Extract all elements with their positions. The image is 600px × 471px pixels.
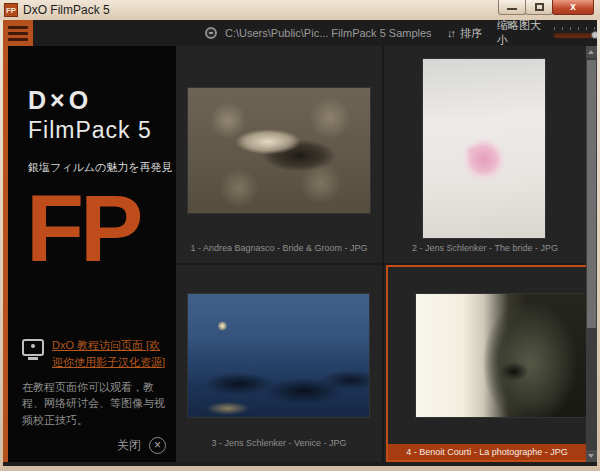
vertical-scrollbar[interactable] [586,46,597,462]
gallery-item-2[interactable]: 2 - Jens Schlenker - The bride - JPG [384,46,586,265]
brand-block: D×O FilmPack 5 [28,86,176,144]
gallery-item-4-selected[interactable]: 4 - Benoit Courti - La photographe - JPG [386,265,588,462]
arrow-up-icon [588,50,594,54]
scroll-down-button[interactable] [586,450,597,462]
tutorial-block: DxO 教程访问页面 [欢迎你使用影子汉化资源] [22,337,168,370]
sort-label: 排序 [460,26,482,41]
gallery-item-3[interactable]: 3 - Jens Schlenker - Venice - JPG [176,265,384,462]
gallery-item-1[interactable]: 1 - Andrea Bagnasco - Bride & Groom - JP… [176,46,384,265]
dxo-logo: D×O [28,86,176,115]
sort-icon: ↓↑ [447,27,454,39]
tutorial-description: 在教程页面你可以观看，教程、网络研讨会、等图像与视频校正技巧。 [22,379,168,429]
thumbnail-size-control: 缩略图大小 [497,20,597,46]
thumbnail-size-label: 缩略图大小 [497,20,546,48]
tutorial-link[interactable]: DxO 教程访问页面 [欢迎你使用影子汉化资源] [52,337,168,370]
product-name: FilmPack 5 [28,117,176,144]
selected-thumbnail-caption: 4 - Benoit Courti - La photographe - JPG [388,444,586,460]
thumbnail-size-slider[interactable] [554,27,597,41]
thumbnail-image-venice[interactable] [188,294,369,417]
sidebar-close-label: 关闭 [117,437,141,454]
hamburger-menu-button[interactable] [3,20,33,46]
breadcrumb[interactable]: C:\Users\Public\Pic... FilmPack 5 Sample… [205,20,432,46]
folder-up-icon [205,27,217,39]
thumbnail-image-la-photographe[interactable] [416,294,594,417]
close-circle-icon: × [149,437,166,454]
app-area: C:\Users\Public\Pic... FilmPack 5 Sample… [3,20,597,466]
thumbnail-caption: 2 - Jens Schlenker - The bride - JPG [384,243,586,253]
monitor-icon [22,339,44,356]
hamburger-icon [8,26,28,29]
scrollbar-thumb[interactable] [587,60,596,328]
sidebar: D×O FilmPack 5 銀塩フィルムの魅力を再発見 FP DxO 教程访问… [3,46,176,462]
scroll-up-button[interactable] [586,46,597,58]
slider-ticks [554,27,597,30]
slider-handle[interactable] [591,31,597,39]
current-path: C:\Users\Public\Pic... FilmPack 5 Sample… [225,27,432,39]
sort-control[interactable]: ↓↑ 排序 [447,20,482,46]
tagline: 銀塩フィルムの魅力を再発見 [28,160,176,175]
fp-monogram: FP [26,183,176,273]
thumbnail-image-the-bride[interactable] [423,59,545,238]
thumbnail-grid: 1 - Andrea Bagnasco - Bride & Groom - JP… [176,46,586,462]
arrow-down-icon [588,454,594,458]
close-button[interactable]: x [552,0,594,15]
thumbnail-image-bride-groom[interactable] [188,88,370,213]
minimize-icon [507,8,517,10]
title-bar: FP DxO FilmPack 5 x [0,0,600,20]
toolbar: C:\Users\Public\Pic... FilmPack 5 Sample… [3,20,597,46]
thumbnail-caption: 3 - Jens Schlenker - Venice - JPG [176,438,382,448]
thumbnail-caption: 1 - Andrea Bagnasco - Bride & Groom - JP… [176,243,382,253]
maximize-icon [535,3,544,11]
app-icon: FP [4,3,18,17]
minimize-button[interactable] [498,0,526,15]
maximize-button[interactable] [525,0,553,15]
app-window: FP DxO FilmPack 5 x C:\Users\Public\Pic.… [0,0,600,471]
window-title: DxO FilmPack 5 [23,3,110,17]
window-controls: x [499,0,594,15]
sidebar-close[interactable]: 关闭 × [117,437,166,454]
